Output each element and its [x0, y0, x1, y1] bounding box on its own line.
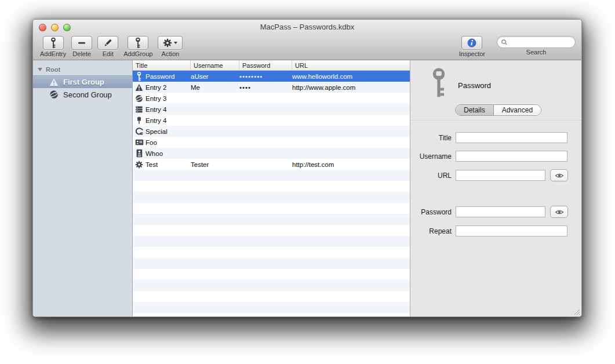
title-field-label: Title [410, 134, 456, 142]
tab-advanced[interactable]: Advanced [494, 105, 541, 115]
inspector-label: Inspector [459, 50, 485, 57]
cell-url: http://www.apple.com [292, 84, 410, 91]
disclosure-triangle-icon[interactable] [38, 68, 42, 71]
key-icon [49, 37, 57, 49]
group-label: Second Group [63, 90, 112, 99]
cell-url: http://test.com [292, 161, 410, 168]
sidebar-item-second-group[interactable]: Second Group [33, 88, 132, 101]
column-header-url[interactable]: URL [292, 60, 410, 70]
main-content: Root First Group Second Group Title User… [33, 60, 581, 316]
table-row[interactable]: Special [133, 126, 410, 137]
cell-url: www.helloworld.com [292, 73, 410, 80]
sidebar-item-root[interactable]: Root [33, 65, 132, 75]
cell-title: Entry 3 [145, 95, 191, 102]
table-row[interactable]: Entry 3 [133, 93, 410, 104]
plug-icon [135, 127, 144, 136]
cell-title: Foo [145, 139, 191, 146]
cell-title: Password [145, 73, 191, 80]
search-field[interactable] [497, 36, 576, 48]
cell-title: Entry 4 [145, 117, 191, 124]
entry-title: Password [458, 81, 491, 90]
cell-title: Test [145, 161, 191, 168]
username-field[interactable] [456, 151, 567, 162]
tab-details[interactable]: Details [456, 105, 494, 115]
inspector-panel: Password Details Advanced Title Username… [410, 60, 581, 316]
window-title: MacPass – Passwords.kdbx [33, 23, 581, 31]
table-row[interactable]: Foo [133, 137, 410, 148]
cell-username: Tester [191, 161, 239, 168]
delete-button[interactable] [71, 36, 92, 50]
key-icon [428, 67, 450, 99]
eye-icon [555, 208, 564, 217]
sidebar-item-first-group[interactable]: First Group [33, 75, 132, 88]
warning-icon [135, 83, 143, 92]
cell-title: Special [145, 128, 191, 135]
reveal-password-button[interactable] [550, 206, 568, 218]
add-entry-button[interactable] [43, 36, 64, 50]
key-icon [136, 71, 143, 82]
cell-password: •••••••• [239, 73, 292, 80]
table-rows: Password aUser •••••••• www.helloworld.c… [133, 71, 410, 316]
add-group-label: AddGroup [123, 50, 152, 57]
action-label: Action [162, 50, 180, 57]
url-field[interactable] [456, 170, 545, 181]
globe-icon [135, 94, 143, 103]
window-chrome: MacPass – Passwords.kdbx AddEntry Delete [33, 20, 581, 60]
macpass-window: MacPass – Passwords.kdbx AddEntry Delete [32, 19, 582, 317]
group-label: First Group [63, 78, 104, 86]
column-header-password[interactable]: Password [239, 60, 292, 70]
table-row[interactable]: Entry 4 [133, 104, 410, 115]
warning-icon [49, 78, 59, 87]
repeat-field[interactable] [456, 225, 567, 236]
title-field[interactable] [456, 132, 567, 143]
root-label: Root [46, 66, 60, 73]
entry-table: Title Username Password URL Password aUs… [133, 60, 410, 316]
key-icon [134, 37, 142, 49]
server-icon [135, 105, 143, 114]
search-icon [501, 38, 508, 46]
cell-title: Whoo [145, 150, 191, 157]
title-bar[interactable]: MacPass – Passwords.kdbx [33, 20, 581, 35]
resize-grip[interactable] [573, 308, 580, 315]
inspector-fields: Title Username URL Password [410, 121, 581, 236]
password-field-label: Password [410, 208, 456, 216]
delete-label: Delete [72, 50, 91, 57]
gear-icon [163, 38, 172, 48]
inspector-header: Password Details Advanced [410, 60, 581, 121]
table-row[interactable]: Test Tester http://test.com [133, 159, 410, 170]
cell-password: •••• [239, 84, 292, 91]
cell-title: Entry 2 [145, 84, 191, 91]
idcard-icon [135, 138, 144, 147]
column-header-username[interactable]: Username [191, 60, 239, 70]
add-group-button[interactable] [128, 36, 148, 50]
gear-icon [135, 161, 143, 169]
column-header-title[interactable]: Title [133, 60, 191, 70]
cell-title: Entry 4 [145, 106, 191, 113]
table-row[interactable]: Entry 4 [133, 115, 410, 126]
chevron-down-icon [174, 42, 177, 44]
cell-username: aUser [191, 73, 239, 80]
inspector-toggle-button[interactable] [461, 36, 482, 50]
edit-label: Edit [103, 50, 114, 57]
table-row[interactable]: Whoo [133, 148, 410, 159]
password-field[interactable] [456, 206, 545, 217]
table-header: Title Username Password URL [133, 60, 410, 71]
action-button[interactable] [158, 36, 183, 50]
info-icon [467, 38, 476, 48]
username-field-label: Username [410, 152, 456, 161]
eye-icon [555, 171, 564, 180]
contact-card-icon [135, 149, 144, 158]
search-input[interactable] [510, 39, 572, 46]
globe-icon [49, 90, 59, 99]
group-sidebar: Root First Group Second Group [33, 60, 133, 316]
pencil-icon [103, 38, 112, 48]
toolbar: AddEntry Delete Edit [33, 35, 581, 60]
reveal-url-button[interactable] [550, 169, 568, 181]
table-row[interactable]: Entry 2 Me •••• http://www.apple.com [133, 82, 410, 93]
inspector-tabs: Details Advanced [455, 104, 541, 116]
edit-button[interactable] [97, 36, 118, 50]
table-row[interactable]: Password aUser •••••••• www.helloworld.c… [133, 71, 410, 82]
url-field-label: URL [410, 172, 456, 180]
pin-icon [135, 116, 143, 125]
add-entry-label: AddEntry [40, 50, 66, 57]
